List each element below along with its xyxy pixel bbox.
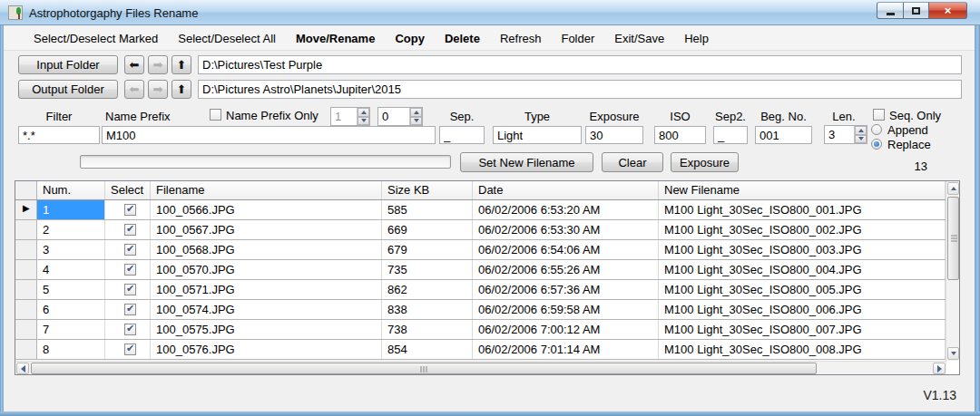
output-up-button[interactable]: ⬆ xyxy=(172,80,191,99)
col-header-date[interactable]: Date xyxy=(473,181,659,199)
menu-select-deselect-marked[interactable]: Select/Deselect Marked xyxy=(24,28,168,49)
cell-num[interactable]: 7 xyxy=(37,320,105,339)
output-folder-button[interactable]: Output Folder xyxy=(18,80,118,99)
cell-filename[interactable]: 100_0568.JPG xyxy=(151,240,382,259)
cell-date[interactable]: 06/02/2006 6:57:36 AM xyxy=(473,280,659,299)
spin-down-icon[interactable] xyxy=(410,117,422,126)
spin-up-icon[interactable] xyxy=(855,126,867,135)
menu-move-rename[interactable]: Move/Rename xyxy=(286,28,385,49)
row-checkbox[interactable] xyxy=(124,204,136,216)
cell-filename[interactable]: 100_0571.JPG xyxy=(151,280,382,299)
beg-no-input[interactable] xyxy=(755,126,812,144)
cell-new-filename[interactable]: M100 Light_30Sec_ISO800_008.JPG xyxy=(659,340,946,359)
cell-new-filename[interactable]: M100 Light_30Sec_ISO800_003.JPG xyxy=(659,240,946,259)
cell-date[interactable]: 06/02/2006 7:00:12 AM xyxy=(473,320,659,339)
cell-filename[interactable]: 100_0574.JPG xyxy=(151,300,382,319)
sep-input[interactable] xyxy=(439,126,485,144)
cell-num[interactable]: 4 xyxy=(37,260,105,279)
col-header-size[interactable]: Size KB xyxy=(382,181,473,199)
output-folder-path[interactable] xyxy=(198,80,962,99)
scroll-up-icon[interactable] xyxy=(947,182,959,195)
cell-date[interactable]: 06/02/2006 6:55:26 AM xyxy=(473,260,659,279)
table-row[interactable]: 4 100_0570.JPG 735 06/02/2006 6:55:26 AM… xyxy=(15,260,959,280)
table-row[interactable]: 8 100_0576.JPG 854 06/02/2006 7:01:14 AM… xyxy=(15,340,959,360)
exposure-input[interactable] xyxy=(585,126,643,144)
cell-num[interactable]: 6 xyxy=(37,300,105,319)
input-forward-button[interactable]: ➡ xyxy=(148,55,168,74)
menu-copy[interactable]: Copy xyxy=(385,28,435,49)
col-header-filename[interactable]: Filename xyxy=(151,181,382,199)
cell-filename[interactable]: 100_0566.JPG xyxy=(151,200,382,219)
table-row[interactable]: 3 100_0568.JPG 679 06/02/2006 6:54:06 AM… xyxy=(15,240,959,260)
table-row[interactable]: 2 100_0567.JPG 669 06/02/2006 6:53:30 AM… xyxy=(15,220,959,240)
input-folder-path[interactable] xyxy=(198,55,962,74)
cell-date[interactable]: 06/02/2006 6:59:58 AM xyxy=(473,300,659,319)
horizontal-scrollbar[interactable] xyxy=(15,361,946,374)
clear-button[interactable]: Clear xyxy=(602,152,663,172)
cell-size[interactable]: 854 xyxy=(382,340,473,359)
spin-down-icon[interactable] xyxy=(358,117,369,126)
iso-input[interactable] xyxy=(654,126,706,144)
maximize-button[interactable] xyxy=(904,2,929,19)
minimize-button[interactable] xyxy=(877,2,904,19)
menu-folder[interactable]: Folder xyxy=(551,28,604,49)
cell-date[interactable]: 06/02/2006 6:53:20 AM xyxy=(473,200,659,219)
len-spinner[interactable]: 3 xyxy=(824,125,867,144)
vertical-scroll-thumb[interactable] xyxy=(947,197,959,280)
cell-select[interactable] xyxy=(105,240,151,259)
table-row[interactable]: 7 100_0575.JPG 738 06/02/2006 7:00:12 AM… xyxy=(15,320,959,340)
cell-num[interactable]: 3 xyxy=(37,240,105,259)
table-row[interactable]: ▶ 1 100_0566.JPG 585 06/02/2006 6:53:20 … xyxy=(15,200,959,220)
col-header-new-filename[interactable]: New Filename xyxy=(659,181,946,199)
cell-filename[interactable]: 100_0567.JPG xyxy=(151,220,382,239)
input-up-button[interactable]: ⬆ xyxy=(172,55,191,74)
cell-num[interactable]: 2 xyxy=(37,220,105,239)
cell-size[interactable]: 669 xyxy=(382,220,473,239)
cell-size[interactable]: 738 xyxy=(382,320,473,339)
cell-select[interactable] xyxy=(105,300,151,319)
name-prefix-input[interactable] xyxy=(102,126,436,144)
row-checkbox[interactable] xyxy=(124,264,136,276)
cell-size[interactable]: 862 xyxy=(382,280,473,299)
cell-size[interactable]: 679 xyxy=(382,240,473,259)
table-row[interactable]: 5 100_0571.JPG 862 06/02/2006 6:57:36 AM… xyxy=(15,280,959,300)
spin-down-icon[interactable] xyxy=(855,135,867,144)
output-back-button[interactable]: ⬅ xyxy=(124,80,144,99)
col-header-num[interactable]: Num. xyxy=(37,181,105,199)
cell-select[interactable] xyxy=(105,340,151,359)
cell-filename[interactable]: 100_0575.JPG xyxy=(151,320,382,339)
cell-num[interactable]: 5 xyxy=(37,280,105,299)
prefix-start-spinner[interactable]: 1 xyxy=(330,107,370,126)
row-checkbox[interactable] xyxy=(124,284,136,295)
cell-select[interactable] xyxy=(105,220,151,239)
menu-exit-save[interactable]: Exit/Save xyxy=(604,28,674,49)
cell-select[interactable] xyxy=(105,280,151,299)
prefix-length-spinner[interactable]: 0 xyxy=(377,107,423,126)
seq-only-checkbox[interactable] xyxy=(873,109,885,121)
sep2-input[interactable] xyxy=(713,126,748,144)
set-new-filename-button[interactable]: Set New Filename xyxy=(460,152,593,172)
name-prefix-only-checkbox[interactable] xyxy=(210,109,221,121)
input-folder-button[interactable]: Input Folder xyxy=(18,55,118,74)
scroll-left-icon[interactable] xyxy=(16,363,29,374)
row-checkbox[interactable] xyxy=(124,304,136,315)
vertical-scrollbar[interactable] xyxy=(946,181,959,361)
cell-new-filename[interactable]: M100 Light_30Sec_ISO800_001.JPG xyxy=(659,200,946,219)
close-button[interactable]: × xyxy=(929,2,967,19)
cell-select[interactable] xyxy=(105,200,151,219)
cell-select[interactable] xyxy=(105,260,151,279)
cell-new-filename[interactable]: M100 Light_30Sec_ISO800_002.JPG xyxy=(659,220,946,239)
cell-filename[interactable]: 100_0570.JPG xyxy=(151,260,382,279)
menu-delete[interactable]: Delete xyxy=(435,28,490,49)
scroll-down-icon[interactable] xyxy=(947,347,959,360)
cell-select[interactable] xyxy=(105,320,151,339)
cell-new-filename[interactable]: M100 Light_30Sec_ISO800_005.JPG xyxy=(659,280,946,299)
horizontal-scroll-thumb[interactable] xyxy=(31,363,817,374)
input-back-button[interactable]: ⬅ xyxy=(124,55,144,74)
menu-help[interactable]: Help xyxy=(674,28,719,49)
cell-size[interactable]: 735 xyxy=(382,260,473,279)
row-checkbox[interactable] xyxy=(124,224,136,236)
cell-size[interactable]: 585 xyxy=(382,200,473,219)
cell-date[interactable]: 06/02/2006 6:54:06 AM xyxy=(473,240,659,259)
append-radio[interactable] xyxy=(871,124,882,135)
